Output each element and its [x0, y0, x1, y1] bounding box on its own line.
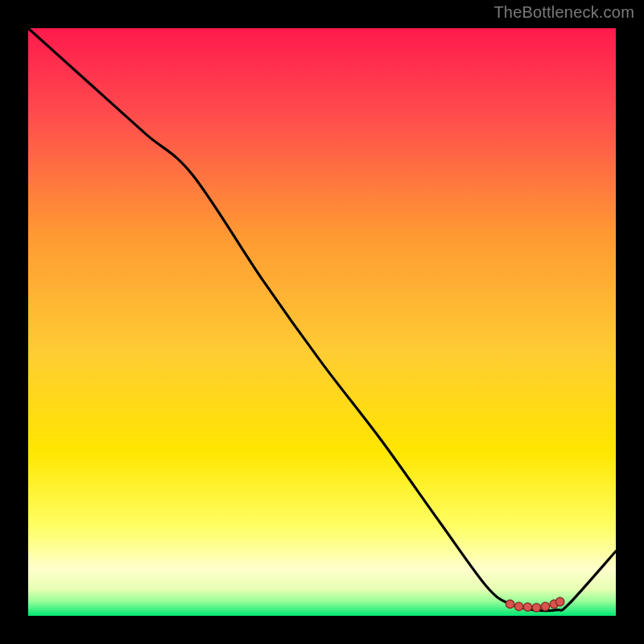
- attribution-text: TheBottleneck.com: [493, 3, 634, 22]
- plot-background: [28, 28, 616, 616]
- svg-rect-0: [28, 28, 616, 616]
- chart-container: TheBottleneck.com: [0, 0, 644, 644]
